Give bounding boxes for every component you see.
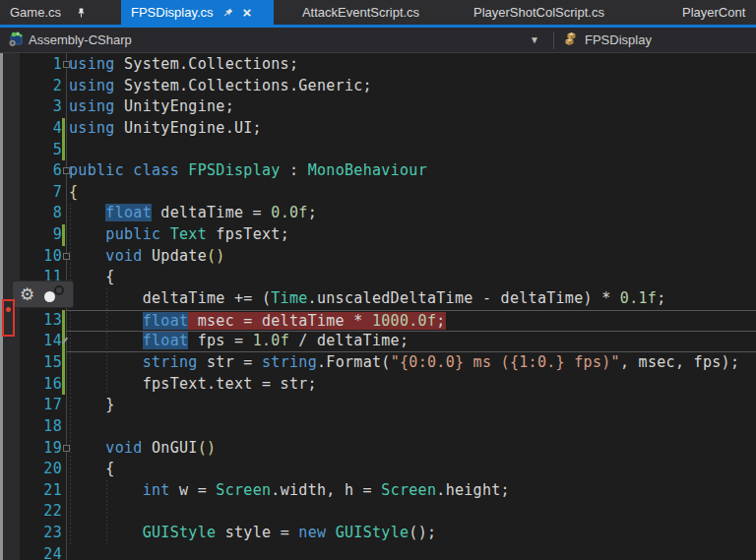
line-number[interactable]: 23 [20,523,62,544]
code-token: w = [170,481,217,499]
code-line-text[interactable]: deltaTime += (Time.unscaledDeltaTime - d… [66,288,756,310]
code-line[interactable]: 14 float fps = 1.0f / deltaTime; [20,331,756,352]
code-line[interactable]: 5 [20,140,756,161]
pin-icon[interactable] [222,7,233,19]
pin-icon[interactable] [76,7,87,19]
code-line[interactable]: 2using System.Collections.Generic; [20,76,756,97]
code-token: System.Collections.Generic; [115,77,372,94]
code-line-text[interactable] [66,501,756,523]
line-number[interactable]: 14 [20,331,62,352]
fold-marker[interactable] [63,61,70,68]
line-number[interactable]: 7 [20,182,62,204]
line-number[interactable]: 8 [20,203,62,224]
code-line[interactable]: 23 GUIStyle style = new GUIStyle(); [20,523,756,544]
fold-marker[interactable] [63,167,70,174]
code-token [160,225,169,243]
document-tab[interactable]: PlayerCont [630,0,756,25]
code-token [69,481,143,499]
code-line[interactable]: 13 float msec = deltaTime * 1000.0f; [20,310,756,332]
line-number[interactable]: 17 [20,395,62,416]
code-line-text[interactable]: void OnGUI() [66,438,756,460]
caret-line-text[interactable]: float fps = 1.0f / deltaTime; [66,331,756,352]
line-number[interactable]: 19 [20,438,62,460]
code-line-text[interactable]: float msec = deltaTime * 1000.0f; [66,310,756,332]
close-icon[interactable]: × [243,5,252,20]
code-line-text[interactable]: using UnityEngine.UI; [66,118,756,140]
chevron-down-icon[interactable]: ▼ [530,34,539,45]
code-line[interactable]: 3using UnityEngine; [20,96,756,118]
document-tab[interactable]: Game.cs [0,0,116,25]
line-number[interactable]: 2 [20,76,62,97]
line-number[interactable]: 10 [20,246,62,268]
code-line[interactable]: 16 fpsText.text = str; [20,374,756,396]
code-line[interactable]: 18 [20,416,756,438]
code-line-text[interactable]: { [66,182,756,204]
code-token: string [262,353,317,371]
line-number[interactable]: 16 [20,374,62,396]
changed-line-bar [62,118,65,140]
line-number[interactable]: 20 [20,459,62,480]
code-line-text[interactable]: void Update() [66,246,756,268]
line-number[interactable]: 5 [20,140,62,161]
code-line-text[interactable] [66,140,756,161]
code-line-text[interactable]: using UnityEngine; [66,96,756,118]
document-tab[interactable]: FPSDisplay.cs × [121,0,274,25]
line-number[interactable]: 15 [20,352,62,374]
code-line[interactable]: 22 [20,501,756,523]
code-line-text[interactable]: GUIStyle style = new GUIStyle(); [66,523,756,544]
code-line-text[interactable]: { [66,267,756,288]
code-line[interactable]: 11 { [20,267,756,288]
gear-icon[interactable]: ⚙ [20,286,34,303]
code-token: : [281,161,308,179]
code-token: , msec, fps); [620,353,739,371]
document-tab[interactable]: PlayerShotColScript.cs [448,0,630,25]
circles-icon[interactable] [44,285,64,303]
code-line-text[interactable]: int w = Screen.width, h = Screen.height; [66,480,756,502]
code-line[interactable]: 1using System.Collections; [20,54,756,76]
line-number[interactable]: 18 [20,416,62,438]
code-line-text[interactable]: public class FPSDisplay : MonoBehaviour [66,160,756,182]
code-line[interactable]: 17 } [20,395,756,416]
code-line[interactable]: 4using UnityEngine.UI; [20,118,756,140]
code-line-text[interactable]: using System.Collections; [66,54,756,76]
line-number[interactable]: 3 [20,96,62,118]
code-line-text[interactable]: { [66,459,756,480]
code-line[interactable]: 7{ [20,182,756,204]
code-line[interactable]: 20 { [20,459,756,480]
line-number[interactable]: 21 [20,480,62,502]
code-line[interactable]: 19 void OnGUI() [20,438,756,460]
text-editor[interactable]: 1using System.Collections;2using System.… [0,53,756,560]
symbol-dropdown[interactable]: FPSDisplay [554,28,652,52]
code-line-text[interactable]: string str = string.Format("{0:0.0} ms (… [66,352,756,374]
code-line[interactable]: 21 int w = Screen.width, h = Screen.heig… [20,480,756,502]
line-number[interactable]: 22 [20,501,62,523]
code-line-text[interactable]: float deltaTime = 0.0f; [66,203,756,224]
code-line-text[interactable]: using System.Collections.Generic; [66,76,756,97]
code-token: 1.0f [253,332,289,349]
fold-marker[interactable] [63,445,70,452]
code-line[interactable]: 8 float deltaTime = 0.0f; [20,203,756,224]
code-line[interactable]: 12 deltaTime += (Time.unscaledDeltaTime … [20,288,756,310]
line-number[interactable]: 1 [20,54,62,76]
code-line-text[interactable]: public Text fpsText; [66,224,756,246]
ring-circle [54,285,64,295]
line-number[interactable]: 24 [20,544,62,560]
code-line[interactable]: 24 [20,544,756,560]
code-line-text[interactable] [66,544,756,560]
code-line[interactable]: 9 public Text fpsText; [20,224,756,246]
code-line[interactable]: 15 string str = string.Format("{0:0.0} m… [20,352,756,374]
code-token: 1000.0f [372,312,436,330]
line-number[interactable]: 9 [20,224,62,246]
code-line[interactable]: 6public class FPSDisplay : MonoBehaviour [20,160,756,182]
code-line-text[interactable]: fpsText.text = str; [66,374,756,396]
line-number[interactable]: 13 [20,310,62,332]
code-line-text[interactable]: } [66,395,756,416]
code-line[interactable]: 10 void Update() [20,246,756,268]
code-token: (); [409,524,436,541]
fold-marker[interactable] [63,253,70,260]
document-tab[interactable]: AttackEventScript.cs [274,0,448,25]
project-dropdown[interactable]: Assembly-CSharp ▼ [0,28,553,52]
code-line-text[interactable] [66,416,756,438]
line-number[interactable]: 6 [20,160,62,182]
line-number[interactable]: 4 [20,118,62,140]
